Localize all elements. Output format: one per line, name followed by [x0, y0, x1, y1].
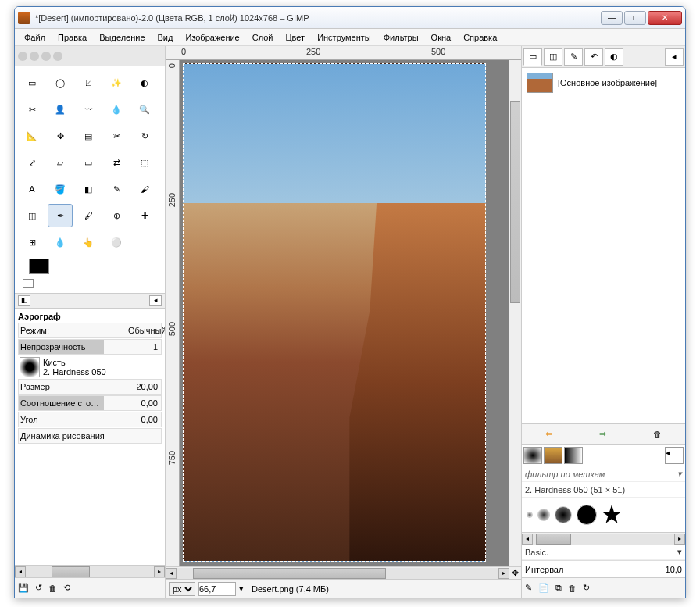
- menu-file[interactable]: Файл: [20, 31, 50, 44]
- minimize-button[interactable]: —: [601, 11, 623, 25]
- menu-filters[interactable]: Фильтры: [379, 31, 423, 44]
- refresh-brush-icon[interactable]: ↻: [583, 583, 590, 593]
- canvas[interactable]: [180, 60, 509, 566]
- tool-text[interactable]: A: [20, 177, 45, 201]
- tool-lasso[interactable]: ⟀: [76, 71, 101, 95]
- layer-thumbnail[interactable]: [527, 73, 553, 93]
- menu-edit[interactable]: Правка: [53, 31, 91, 44]
- brush-filter-input[interactable]: фильтр по меткам: [525, 470, 605, 479]
- tool-options-tab[interactable]: ◧: [18, 295, 30, 306]
- tool-paths[interactable]: 〰: [76, 98, 101, 121]
- layer-row[interactable]: [Основное изображение]: [525, 71, 682, 95]
- tool-color-picker[interactable]: 💧: [104, 98, 129, 121]
- brush-grid[interactable]: [522, 498, 685, 532]
- brush-hscroll[interactable]: ◂▸: [522, 532, 685, 545]
- brush-item[interactable]: [577, 505, 597, 525]
- menu-view[interactable]: Вид: [153, 31, 178, 44]
- brush-item[interactable]: [602, 505, 622, 525]
- mode-select[interactable]: Обычный: [128, 326, 161, 335]
- vertical-ruler[interactable]: 0 250 500 750: [166, 60, 180, 566]
- size-value[interactable]: 20,00: [128, 382, 161, 391]
- layers-tab-icon[interactable]: ▭: [523, 48, 542, 66]
- brush-preset-label[interactable]: Basic.: [525, 548, 548, 557]
- tool-align[interactable]: ▤: [76, 124, 101, 148]
- tool-smudge[interactable]: 👆: [76, 230, 101, 254]
- tool-flip[interactable]: ⇄: [104, 151, 129, 174]
- zoom-input[interactable]: [198, 582, 236, 596]
- close-button[interactable]: ✕: [648, 11, 682, 25]
- tool-color-select[interactable]: ◐: [132, 71, 157, 95]
- brush-item[interactable]: [555, 506, 572, 523]
- recent-colors[interactable]: [15, 46, 165, 66]
- maximize-button[interactable]: □: [624, 11, 646, 25]
- channels-tab-icon[interactable]: ◫: [544, 48, 562, 66]
- tool-zoom[interactable]: 🔍: [132, 98, 157, 121]
- save-preset-icon[interactable]: 💾: [18, 583, 29, 593]
- tool-ellipse-select[interactable]: ◯: [48, 71, 73, 95]
- tool-clone[interactable]: ⊕: [104, 204, 129, 227]
- color-swatches[interactable]: [23, 259, 57, 288]
- tool-heal[interactable]: ✚: [132, 204, 157, 227]
- tool-crop[interactable]: ✂: [104, 124, 129, 148]
- left-hscroll[interactable]: ◂▸: [15, 565, 165, 577]
- tool-scissors[interactable]: ✂: [20, 98, 45, 121]
- menu-image[interactable]: Изображение: [180, 31, 244, 44]
- background-color[interactable]: [23, 279, 34, 288]
- foreground-color[interactable]: [29, 259, 49, 274]
- tool-scale[interactable]: ⤢: [20, 151, 45, 174]
- brushes-tab-icon[interactable]: [523, 447, 542, 464]
- tool-airbrush[interactable]: ✒: [48, 204, 73, 227]
- prev-layer-icon[interactable]: ⬅: [545, 429, 552, 439]
- tool-perspective[interactable]: ▭: [76, 151, 101, 174]
- horizontal-ruler[interactable]: 0 250 500: [166, 46, 521, 60]
- tool-move[interactable]: ✥: [48, 124, 73, 148]
- ratio-value[interactable]: 0,00: [128, 398, 161, 408]
- tool-blur[interactable]: 💧: [48, 230, 73, 254]
- tool-dodge[interactable]: ⚪: [104, 230, 129, 254]
- layer-list[interactable]: [Основное изображение]: [522, 68, 685, 423]
- reset-preset-icon[interactable]: ⟲: [63, 583, 70, 593]
- menu-select[interactable]: Выделение: [95, 31, 149, 44]
- edit-brush-icon[interactable]: ✎: [525, 583, 532, 593]
- image-display[interactable]: [183, 63, 486, 562]
- unit-select[interactable]: px: [169, 582, 195, 596]
- tool-foreground-select[interactable]: 👤: [48, 98, 73, 121]
- undo-tab-icon[interactable]: ↶: [584, 48, 603, 66]
- dock-menu-icon[interactable]: ◂: [149, 295, 162, 306]
- navigate-icon[interactable]: ✥: [509, 568, 521, 578]
- tool-measure[interactable]: 📐: [20, 124, 45, 148]
- menu-color[interactable]: Цвет: [280, 31, 309, 44]
- new-brush-icon[interactable]: 📄: [538, 583, 549, 593]
- restore-preset-icon[interactable]: ↺: [35, 583, 42, 593]
- brush-item[interactable]: [538, 509, 550, 521]
- interval-value[interactable]: 10,0: [646, 565, 682, 574]
- next-layer-icon[interactable]: ➡: [599, 429, 606, 439]
- tool-pencil[interactable]: ✎: [104, 177, 129, 201]
- paths-tab-icon[interactable]: ✎: [564, 48, 583, 66]
- menu-help[interactable]: Справка: [459, 31, 502, 44]
- tool-shear[interactable]: ▱: [48, 151, 73, 174]
- layer-name[interactable]: [Основное изображение]: [558, 78, 657, 87]
- tool-blend[interactable]: ◧: [76, 177, 101, 201]
- delete-layer-icon[interactable]: 🗑: [653, 430, 662, 439]
- menu-windows[interactable]: Окна: [427, 31, 456, 44]
- angle-value[interactable]: 0,00: [128, 415, 161, 424]
- dock-menu-icon[interactable]: ◂: [665, 447, 684, 464]
- tool-rotate[interactable]: ↻: [132, 124, 157, 148]
- tool-bucket[interactable]: 🪣: [48, 177, 73, 201]
- delete-preset-icon[interactable]: 🗑: [48, 584, 57, 593]
- duplicate-brush-icon[interactable]: ⧉: [555, 583, 562, 593]
- tool-rect-select[interactable]: ▭: [20, 71, 45, 95]
- opacity-value[interactable]: 1: [128, 342, 161, 352]
- titlebar[interactable]: *[Desert] (импортировано)-2.0 (Цвета RGB…: [15, 7, 685, 29]
- patterns-tab-icon[interactable]: [544, 447, 562, 464]
- menu-layer[interactable]: Слой: [248, 31, 278, 44]
- tool-eraser[interactable]: ◫: [20, 204, 45, 227]
- brush-preview-icon[interactable]: [20, 357, 40, 377]
- tool-ink[interactable]: 🖋: [76, 204, 101, 227]
- canvas-hscroll[interactable]: ◂▸ ✥: [166, 566, 521, 579]
- tool-wand[interactable]: ✨: [104, 71, 129, 95]
- dock-menu-icon[interactable]: ◂: [665, 48, 684, 66]
- tool-brush[interactable]: 🖌: [132, 177, 157, 201]
- brush-item[interactable]: [527, 512, 533, 518]
